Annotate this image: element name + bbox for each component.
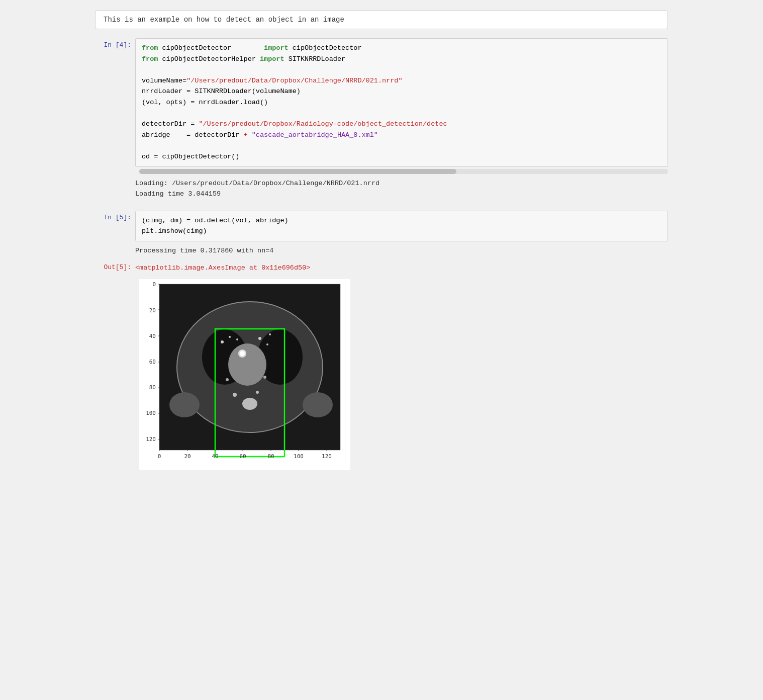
svg-text:100: 100 — [294, 453, 304, 460]
cell-output-5-processing: Processing time 0.317860 with nn=4 — [95, 243, 668, 258]
svg-point-11 — [236, 338, 238, 340]
scrollbar-4[interactable] — [139, 169, 668, 174]
code-pre-4: from cipObjectDetector import cipObjectD… — [142, 43, 661, 162]
code-cell-5: In [5]: (cimg, dm) = od.detect(vol, abri… — [95, 211, 668, 472]
svg-text:120: 120 — [322, 453, 332, 460]
svg-point-13 — [266, 343, 268, 345]
svg-point-10 — [229, 336, 231, 338]
output-line-1: Loading: /Users/predout/Data/Dropbox/Cha… — [135, 178, 668, 189]
cell-label-4: In [4]: — [95, 38, 135, 49]
cell-label-5: In [5]: — [95, 211, 135, 221]
processing-line: Processing time 0.317860 with nn=4 — [135, 245, 668, 256]
notebook-container: This is an example on how to detect an o… — [95, 10, 668, 472]
markdown-cell: This is an example on how to detect an o… — [95, 10, 668, 29]
output-content-4: Loading: /Users/predout/Data/Dropbox/Cha… — [135, 176, 668, 202]
svg-point-16 — [263, 376, 266, 379]
svg-text:40: 40 — [149, 333, 156, 339]
svg-point-7 — [240, 351, 245, 356]
svg-point-9 — [221, 340, 224, 343]
svg-text:120: 120 — [146, 436, 156, 443]
svg-text:20: 20 — [149, 307, 156, 314]
output-processing: Processing time 0.317860 with nn=4 — [135, 243, 668, 258]
svg-text:60: 60 — [239, 453, 246, 460]
svg-text:0: 0 — [152, 281, 156, 288]
svg-point-15 — [226, 378, 229, 381]
svg-text:100: 100 — [146, 410, 156, 416]
code-input-4[interactable]: from cipObjectDetector import cipObjectD… — [135, 38, 668, 167]
svg-point-8 — [242, 398, 257, 410]
cell-output-4: Loading: /Users/predout/Data/Dropbox/Cha… — [95, 176, 668, 202]
cell-output-5-out: Out[5]: <matplotlib.image.AxesImage at 0… — [95, 260, 668, 276]
code-input-5[interactable]: (cimg, dm) = od.detect(vol, abridge) plt… — [135, 211, 668, 241]
svg-text:0: 0 — [158, 453, 161, 460]
plot-figure: 0 20 40 60 80 100 120 — [139, 279, 350, 470]
out-label-5: Out[5]: — [95, 260, 135, 271]
out-text-5: <matplotlib.image.AxesImage at 0x11e696d… — [135, 264, 310, 272]
svg-point-18 — [256, 391, 259, 394]
svg-text:80: 80 — [267, 453, 274, 460]
svg-text:80: 80 — [149, 384, 156, 391]
svg-text:20: 20 — [184, 453, 190, 460]
svg-text:40: 40 — [212, 453, 218, 460]
code-pre-5: (cimg, dm) = od.detect(vol, abridge) plt… — [142, 215, 661, 237]
scrollbar-thumb-4 — [139, 169, 456, 174]
out-content-5: <matplotlib.image.AxesImage at 0x11e696d… — [135, 260, 668, 276]
output-line-2: Loading time 3.044159 — [135, 189, 668, 200]
svg-point-20 — [169, 392, 200, 417]
plot-container: 0 20 40 60 80 100 120 — [139, 279, 668, 472]
svg-point-17 — [233, 393, 237, 397]
code-cell-4: In [4]: from cipObjectDetector import ci… — [95, 38, 668, 202]
svg-text:60: 60 — [149, 359, 156, 365]
plot-svg: 0 20 40 60 80 100 120 — [139, 279, 350, 470]
svg-point-5 — [228, 343, 266, 386]
svg-point-12 — [258, 337, 261, 340]
svg-point-14 — [269, 333, 271, 335]
svg-point-21 — [303, 392, 333, 417]
markdown-text: This is an example on how to detect an o… — [104, 16, 344, 24]
